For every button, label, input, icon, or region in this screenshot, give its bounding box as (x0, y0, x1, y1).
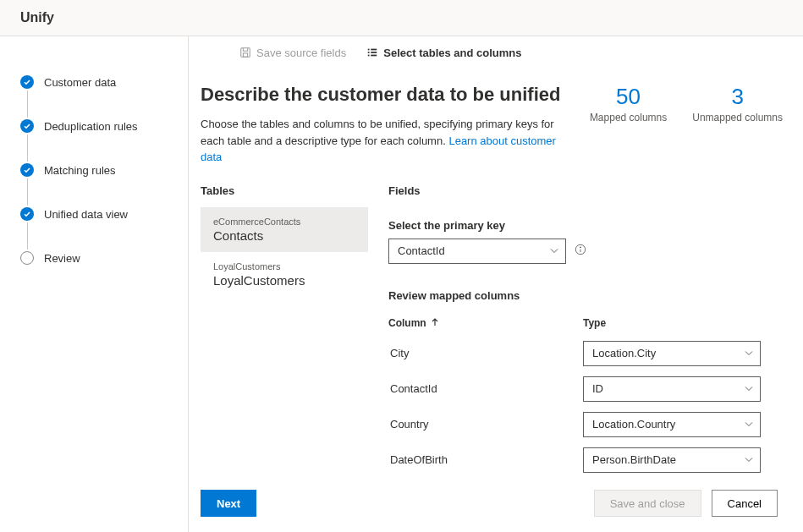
step-label: Deduplication rules (44, 120, 138, 133)
step-connector (27, 134, 28, 162)
mapped-stat: 50 Mapped columns (590, 84, 667, 123)
type-cell: ID (566, 376, 791, 402)
type-value: Person.BirthDate (592, 453, 676, 466)
fields-column: Fields Select the primary key ContactId (368, 184, 791, 475)
save-icon (239, 47, 251, 58)
review-mapped-heading: Review mapped columns (388, 289, 791, 302)
save-source-fields-button: Save source fields (239, 47, 346, 59)
list-icon (366, 47, 378, 58)
tables-heading: Tables (201, 184, 368, 197)
check-icon (20, 119, 34, 133)
svg-rect-3 (371, 49, 377, 51)
steps-sidebar: Customer dataDeduplication rulesMatching… (0, 36, 188, 532)
type-cell: Person.BirthDate (566, 447, 791, 473)
tables-column: Tables eCommerceContactsContactsLoyalCus… (201, 184, 368, 475)
page-body: Customer dataDeduplication rulesMatching… (0, 36, 803, 532)
step-label: Review (44, 252, 80, 265)
unmapped-stat: 3 Unmapped columns (692, 84, 783, 123)
body-columns: Tables eCommerceContactsContactsLoyalCus… (201, 184, 791, 475)
toolbar: Save source fields Select tables and col… (189, 36, 803, 69)
type-header[interactable]: Type (566, 317, 791, 329)
table-name: Contacts (213, 228, 355, 243)
column-name: City (388, 347, 566, 359)
mapped-row: CityLocation.City (388, 336, 791, 371)
table-item-loyalcustomers[interactable]: LoyalCustomersLoyalCustomers (201, 252, 368, 297)
table-source: eCommerceContacts (213, 217, 355, 227)
mapped-row: ContactIdID (388, 371, 791, 407)
fields-heading: Fields (388, 184, 791, 197)
primary-key-select[interactable]: ContactId (388, 239, 566, 264)
info-icon[interactable] (575, 244, 586, 258)
step-label: Unified data view (44, 208, 128, 221)
main-panel: Save source fields Select tables and col… (188, 36, 803, 532)
chevron-down-icon (745, 382, 753, 395)
step-connector (27, 222, 28, 250)
type-select[interactable]: Location.City (583, 341, 761, 366)
stats: 50 Mapped columns 3 Unmapped columns (590, 84, 783, 123)
column-name: ContactId (388, 382, 566, 395)
type-value: ID (592, 382, 603, 395)
check-icon (20, 75, 34, 89)
chevron-down-icon (745, 453, 753, 466)
chevron-down-icon (550, 244, 558, 257)
circle-icon (20, 251, 34, 265)
column-name: Country (388, 418, 566, 431)
page-desc: Choose the tables and columns to be unif… (201, 116, 564, 166)
top-bar: Unify (0, 0, 803, 36)
type-value: Location.Country (592, 418, 675, 431)
table-name: LoyalCustomers (213, 273, 355, 288)
type-select[interactable]: ID (583, 376, 761, 402)
step-deduplication-rules[interactable]: Deduplication rules (20, 119, 168, 133)
step-connector (27, 90, 28, 118)
svg-rect-5 (371, 52, 377, 53)
primary-key-value: ContactId (398, 244, 445, 257)
svg-rect-7 (371, 55, 377, 57)
page-title: Describe the customer data to be unified (201, 84, 564, 106)
svg-rect-0 (241, 48, 250, 58)
type-cell: Location.Country (566, 412, 791, 437)
table-source: LoyalCustomers (213, 261, 355, 271)
step-review[interactable]: Review (20, 251, 168, 265)
save-and-close-button: Save and close (594, 490, 701, 517)
step-label: Matching rules (44, 164, 116, 177)
chevron-down-icon (745, 347, 753, 359)
sort-asc-icon (432, 317, 438, 329)
content-wrap: Describe the customer data to be unified… (189, 69, 803, 532)
step-matching-rules[interactable]: Matching rules (20, 163, 168, 177)
app-title: Unify (20, 10, 54, 25)
primary-key-label: Select the primary key (388, 219, 791, 232)
header-row: Describe the customer data to be unified… (201, 84, 791, 166)
select-tables-button[interactable]: Select tables and columns (366, 47, 521, 59)
save-source-fields-label: Save source fields (256, 47, 346, 59)
columns-header: Column Type (388, 310, 791, 336)
mapped-row: CountryLocation.Country (388, 407, 791, 442)
mapped-count: 50 (590, 84, 667, 110)
mapped-row: DateOfBirthPerson.BirthDate (388, 442, 791, 475)
unmapped-count: 3 (692, 84, 783, 110)
unmapped-label: Unmapped columns (692, 112, 783, 123)
table-item-contacts[interactable]: eCommerceContactsContacts (201, 207, 368, 252)
type-select[interactable]: Person.BirthDate (583, 447, 761, 473)
select-tables-label: Select tables and columns (383, 47, 521, 59)
check-icon (20, 207, 34, 221)
svg-point-9 (580, 247, 580, 248)
footer: Next Save and close Cancel (189, 474, 803, 532)
svg-rect-2 (368, 49, 370, 51)
svg-rect-4 (368, 52, 370, 53)
mapped-label: Mapped columns (590, 112, 667, 123)
type-cell: Location.City (566, 341, 791, 366)
type-value: Location.City (592, 347, 656, 359)
check-icon (20, 163, 34, 177)
content-scroll[interactable]: Describe the customer data to be unified… (189, 69, 803, 474)
step-unified-data-view[interactable]: Unified data view (20, 207, 168, 221)
svg-rect-6 (368, 55, 370, 57)
next-button[interactable]: Next (201, 490, 256, 517)
step-customer-data[interactable]: Customer data (20, 75, 168, 89)
column-name: DateOfBirth (388, 453, 566, 466)
column-header-label: Column (388, 317, 426, 329)
step-connector (27, 178, 28, 206)
svg-rect-1 (243, 53, 247, 57)
cancel-button[interactable]: Cancel (712, 490, 778, 517)
column-header-name[interactable]: Column (388, 317, 566, 329)
type-select[interactable]: Location.Country (583, 412, 761, 437)
